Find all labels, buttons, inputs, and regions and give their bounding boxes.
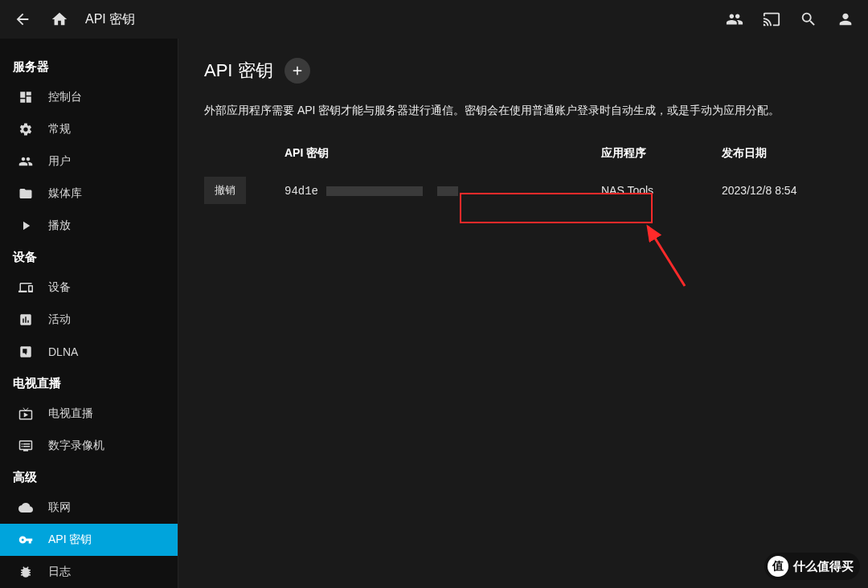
apikey-masked-part [437, 186, 458, 196]
sidebar-item-general[interactable]: 常规 [0, 113, 178, 145]
sidebar-item-label: 设备 [48, 280, 71, 295]
plus-icon [290, 63, 305, 78]
sidebar-item-livetv[interactable]: 电视直播 [0, 398, 178, 430]
sidebar-item-activity[interactable]: 活动 [0, 304, 178, 336]
page-title-topbar: API 密钥 [85, 11, 135, 28]
revoke-button[interactable]: 撤销 [204, 177, 246, 204]
devices-icon [18, 280, 34, 296]
sidebar-item-label: 媒体库 [48, 186, 82, 201]
sidebar-item-dashboard[interactable]: 控制台 [0, 81, 178, 113]
topbar: API 密钥 [0, 0, 868, 39]
sidebar-item-apikeys[interactable]: API 密钥 [0, 524, 178, 556]
sidebar-item-label: 日志 [48, 565, 71, 579]
main-content: API 密钥 外部应用程序需要 API 密钥才能与服务器进行通信。密钥会在使用普… [178, 39, 868, 588]
sidebar-section-livetv: 电视直播 [0, 368, 178, 398]
main-header: API 密钥 [204, 58, 842, 84]
sidebar-item-logs[interactable]: 日志 [0, 556, 178, 588]
sidebar-section-advanced: 高级 [0, 462, 178, 492]
apikey-masked-part [326, 186, 423, 196]
home-button[interactable] [47, 6, 72, 32]
table-header: API 密钥 应用程序 发布日期 [204, 138, 842, 169]
svg-line-0 [648, 227, 685, 286]
dvr-icon [18, 438, 34, 454]
brand-badge-circle: 值 [768, 556, 788, 577]
sidebar-item-library[interactable]: 媒体库 [0, 178, 178, 210]
row-date: 2023/12/8 8:54 [722, 184, 842, 197]
apikey-table: API 密钥 应用程序 发布日期 撤销 94d1e NAS Tools 2023… [204, 138, 842, 212]
folder-icon [18, 186, 34, 202]
sidebar-item-dlna[interactable]: DLNA [0, 336, 178, 368]
page-description: 外部应用程序需要 API 密钥才能与服务器进行通信。密钥会在使用普通账户登录时自… [204, 101, 842, 119]
sidebar-item-devices[interactable]: 设备 [0, 272, 178, 304]
people-icon [18, 153, 34, 169]
sidebar-section-devices: 设备 [0, 242, 178, 272]
sidebar-item-label: 电视直播 [48, 406, 93, 421]
apikey-value: 94d1e [285, 185, 318, 198]
key-icon [18, 532, 34, 548]
table-row: 撤销 94d1e NAS Tools 2023/12/8 8:54 [204, 169, 842, 212]
cloud-icon [18, 500, 34, 516]
sidebar-item-label: 活动 [48, 312, 71, 327]
sidebar-item-users[interactable]: 用户 [0, 145, 178, 178]
col-apikey: API 密钥 [285, 146, 601, 161]
col-app: 应用程序 [601, 146, 722, 161]
cast-icon-button[interactable] [759, 6, 784, 32]
bug-icon [18, 564, 34, 580]
tv-icon [18, 406, 34, 422]
search-icon-button[interactable] [796, 6, 821, 32]
brand-badge-text: 什么值得买 [793, 559, 854, 574]
row-app: NAS Tools [601, 184, 722, 197]
sidebar-section-server: 服务器 [0, 51, 178, 81]
sidebar: 服务器 控制台 常规 用户 媒体库 播放 设备 设备 活动 [0, 39, 178, 588]
sidebar-item-label: 数字录像机 [48, 439, 104, 453]
back-button[interactable] [10, 6, 35, 32]
sidebar-item-dvr[interactable]: 数字录像机 [0, 430, 178, 462]
sidebar-item-label: 用户 [48, 154, 71, 169]
account-icon-button[interactable] [833, 6, 858, 32]
apikey-cell: 94d1e [285, 184, 601, 198]
brand-badge: 值 什么值得买 [764, 553, 860, 580]
play-icon [18, 218, 34, 234]
sidebar-item-network[interactable]: 联网 [0, 492, 178, 524]
annotation-arrow [622, 222, 694, 294]
dashboard-icon [18, 89, 34, 105]
sidebar-item-label: 联网 [48, 500, 71, 515]
activity-icon [18, 312, 34, 328]
dlna-icon [18, 344, 34, 360]
sidebar-item-label: DLNA [48, 345, 78, 358]
col-date: 发布日期 [722, 146, 842, 161]
add-api-key-button[interactable] [285, 58, 310, 84]
sidebar-item-playback[interactable]: 播放 [0, 210, 178, 242]
sidebar-item-label: API 密钥 [48, 533, 92, 547]
sidebar-item-label: 控制台 [48, 90, 82, 104]
users-icon-button[interactable] [722, 6, 747, 32]
gear-icon [18, 121, 34, 137]
page-title: API 密钥 [204, 59, 273, 83]
sidebar-item-label: 播放 [48, 218, 71, 233]
sidebar-item-label: 常规 [48, 122, 71, 137]
